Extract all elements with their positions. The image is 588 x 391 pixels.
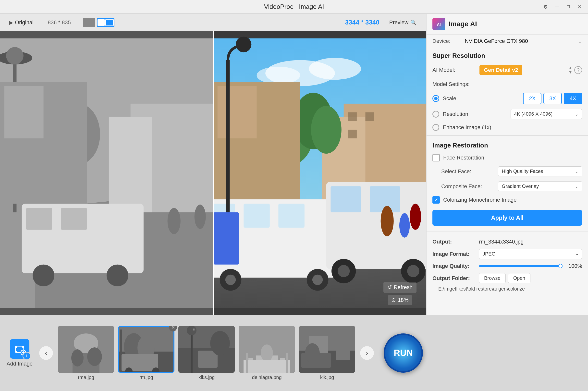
app-title: VideoProc - Image AI xyxy=(264,3,324,10)
section-divider-1 xyxy=(427,135,588,136)
split-toggle[interactable] xyxy=(83,18,114,27)
bottom-area: Add Image ‹ rma.jpg ✕ xyxy=(0,315,588,391)
preview-label: Preview xyxy=(389,19,408,26)
thumbnail-item-rma[interactable]: rma.jpg xyxy=(58,326,114,380)
quality-slider-container xyxy=(479,265,563,267)
maximize-button[interactable]: □ xyxy=(565,3,572,10)
scroll-left-button[interactable]: ‹ xyxy=(39,346,53,360)
svg-point-93 xyxy=(261,344,273,362)
composite-face-value: Gradient Overlay xyxy=(502,184,539,189)
select-face-chevron-icon: ⌄ xyxy=(575,169,579,174)
right-panel: AI Image AI Device: NVIDIA GeForce GTX 9… xyxy=(426,14,588,315)
thumbnail-name-rma: rma.jpg xyxy=(78,375,94,380)
svg-point-104 xyxy=(305,343,320,363)
resolution-select[interactable]: 4K (4096 X 4096) ⌄ xyxy=(511,109,582,119)
resolution-row: Resolution 4K (4096 X 4096) ⌄ xyxy=(427,106,588,121)
composite-face-label: Composite Face: xyxy=(441,183,495,190)
svg-rect-88 xyxy=(193,328,195,330)
model-settings-row: Model Settings: xyxy=(427,78,588,91)
svg-rect-66 xyxy=(15,351,17,353)
window-controls: ⚙ ─ □ ✕ xyxy=(542,3,583,10)
image-quality-label: Image Quality: xyxy=(432,263,477,269)
thumbnail-item-klk[interactable]: klk.jpg xyxy=(299,326,355,380)
svg-rect-65 xyxy=(22,346,24,348)
minimize-button[interactable]: ─ xyxy=(553,3,561,10)
add-image-button[interactable]: Add Image xyxy=(5,339,34,367)
thumbnail-close-rm[interactable]: ✕ xyxy=(169,326,177,331)
single-view-toggle[interactable] xyxy=(83,18,95,27)
split-view-toggle[interactable] xyxy=(97,18,114,27)
refresh-icon: ↺ xyxy=(387,284,392,291)
browse-button[interactable]: Browse xyxy=(479,273,506,283)
scale-label: Scale xyxy=(443,95,520,102)
face-restoration-checkbox[interactable] xyxy=(432,154,440,161)
output-size-badge: 3344 * 3340 xyxy=(345,19,380,26)
original-button[interactable]: ▶ Original xyxy=(5,17,38,28)
settings-icon[interactable]: ⚙ xyxy=(542,3,549,10)
composite-face-dropdown[interactable]: Gradient Overlay ⌄ xyxy=(498,181,582,191)
svg-rect-48 xyxy=(330,186,361,212)
image-format-value: JPEG xyxy=(483,251,495,257)
device-chevron-icon[interactable]: ⌄ xyxy=(578,38,582,44)
thumbnail-item-klks[interactable]: klks.jpg xyxy=(178,326,235,380)
output-folder-row: Output Folder: Browse Open xyxy=(432,271,582,285)
format-chevron-icon: ⌄ xyxy=(575,252,579,256)
scale-4x-button[interactable]: 4X xyxy=(564,93,582,104)
search-icon: 🔍 xyxy=(410,20,416,25)
quality-slider-thumb[interactable] xyxy=(558,264,563,268)
svg-rect-37 xyxy=(217,86,257,138)
refresh-label: Refresh xyxy=(394,284,413,291)
preview-button[interactable]: Preview 🔍 xyxy=(385,17,421,28)
scroll-right-button[interactable]: › xyxy=(360,346,374,360)
close-button[interactable]: ✕ xyxy=(576,3,583,10)
svg-point-55 xyxy=(236,36,251,52)
add-image-icon xyxy=(10,339,29,359)
split-image-view: ↺ Refresh ⊙ 18% xyxy=(0,31,426,315)
svg-rect-41 xyxy=(244,203,270,228)
folder-path: E:\imgeff-test\old restore\ai-gen\colori… xyxy=(432,285,582,295)
svg-rect-8 xyxy=(26,208,52,230)
svg-rect-4 xyxy=(109,117,152,212)
select-face-dropdown[interactable]: High Quality Faces ⌄ xyxy=(498,166,582,176)
image-format-label: Image Format: xyxy=(432,251,477,257)
checkbox-check-icon: ✓ xyxy=(434,197,438,203)
enhance-radio[interactable] xyxy=(432,124,439,131)
thumbnail-image-klk xyxy=(299,326,355,373)
svg-point-56 xyxy=(381,206,394,236)
resolution-radio[interactable] xyxy=(432,111,439,118)
model-chevrons[interactable]: ▲ ▼ xyxy=(568,66,572,75)
open-button[interactable]: Open xyxy=(508,273,530,283)
scale-2x-button[interactable]: 2X xyxy=(523,93,541,104)
run-button[interactable]: RUN xyxy=(384,333,423,373)
svg-point-46 xyxy=(312,275,323,285)
scale-radio[interactable] xyxy=(432,95,439,102)
refresh-button[interactable]: ↺ Refresh xyxy=(384,282,416,293)
split-right-half xyxy=(105,19,114,26)
colorizing-checkbox[interactable]: ✓ xyxy=(432,196,440,203)
svg-point-16 xyxy=(182,215,192,236)
svg-point-14 xyxy=(6,47,23,64)
zoom-badge: ⊙ 18% xyxy=(388,295,412,305)
svg-point-11 xyxy=(106,265,128,286)
svg-point-15 xyxy=(168,208,181,234)
svg-point-75 xyxy=(87,347,102,366)
resolution-label: Resolution xyxy=(443,111,507,117)
output-value: rm_3344x3340.jpg xyxy=(479,239,582,245)
thumbnail-item-rm[interactable]: ✕ rm.jpg xyxy=(118,326,175,380)
thumbnail-item-delhiagra[interactable]: delhiagra.png xyxy=(239,326,295,380)
enhance-row: Enhance Image (1x) xyxy=(427,121,588,133)
original-label: Original xyxy=(15,19,34,26)
device-label: Device: xyxy=(432,38,462,44)
select-face-label: Select Face: xyxy=(441,168,495,175)
apply-to-all-button[interactable]: Apply to All xyxy=(432,210,582,226)
thumbnail-list: rma.jpg ✕ rm.jpg xyxy=(58,326,355,380)
quality-slider-fill xyxy=(479,265,563,267)
scale-3x-button[interactable]: 3X xyxy=(543,93,562,104)
image-format-select[interactable]: JPEG ⌄ xyxy=(479,249,582,259)
thumbnail-name-klks: klks.jpg xyxy=(198,375,215,380)
svg-rect-102 xyxy=(336,341,350,360)
help-icon[interactable]: ? xyxy=(574,66,582,74)
output-folder-label: Output Folder: xyxy=(432,275,477,282)
svg-rect-83 xyxy=(120,329,122,354)
ai-model-row: AI Model: Gen Detail v2 ▲ ▼ ? xyxy=(427,62,588,78)
